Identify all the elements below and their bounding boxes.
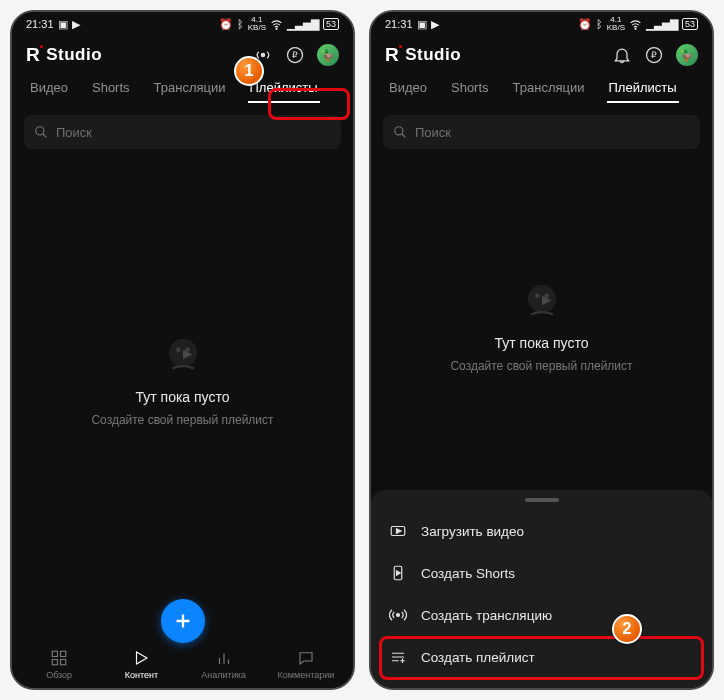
bottom-nav: Обзор Контент Аналитика Комментарии [12,647,353,688]
empty-title: Тут пока пусто [494,335,588,351]
app-header: R Studio ₽ 🦆 [12,36,353,72]
search-wrap: Поиск [12,105,353,159]
svg-line-7 [43,134,47,138]
svg-point-24 [635,28,636,29]
svg-line-28 [402,134,406,138]
alarm-icon: ⏰ [219,18,233,31]
wifi-icon [270,18,283,31]
sheet-upload-video[interactable]: Загрузить видео [371,510,712,552]
app-header: R Studio ₽ 🦆 [371,36,712,72]
bottom-sheet: Загрузить видео Создать Shorts Создать т… [371,490,712,688]
battery-icon: 53 [682,18,698,30]
svg-marker-34 [397,529,402,534]
net-speed: 4.1KB/S [248,16,266,32]
phone-screen-1: 21:31 ▣ ▶ ⏰ ᛒ 4.1KB/S ▁▃▅▇ 53 R Studio [10,10,355,690]
search-wrap: Поиск [371,105,712,159]
empty-illustration-icon [517,277,567,327]
app-logo: R Studio [26,44,102,66]
net-speed: 4.1KB/S [607,16,625,32]
status-time: 21:31 [26,18,54,30]
bluetooth-icon: ᛒ [596,18,603,30]
tab-video[interactable]: Видео [377,72,439,105]
svg-point-9 [175,347,180,352]
search-input[interactable]: Поиск [24,115,341,149]
search-placeholder: Поиск [56,125,92,140]
tab-playlists[interactable]: Плейлисты [238,72,330,105]
search-placeholder: Поиск [415,125,451,140]
bell-icon[interactable] [612,45,632,65]
nav-overview[interactable]: Обзор [29,649,89,680]
tabs: Видео Shorts Трансляции Плейлисты [371,72,712,105]
search-icon [34,125,48,139]
search-icon [393,125,407,139]
empty-title: Тут пока пусто [135,389,229,405]
svg-text:₽: ₽ [651,50,657,60]
camera-icon: ▣ [417,18,427,31]
empty-subtitle: Создайте свой первый плейлист [91,413,273,427]
svg-text:₽: ₽ [292,50,298,60]
alarm-icon: ⏰ [578,18,592,31]
empty-state: Тут пока пусто Создайте свой первый плей… [371,159,712,490]
status-time: 21:31 [385,18,413,30]
tabs: Видео Shorts Трансляции Плейлисты [12,72,353,105]
nav-content[interactable]: Контент [111,649,171,680]
tab-shorts[interactable]: Shorts [80,72,142,105]
empty-illustration-icon [158,331,208,381]
fab-add[interactable] [161,599,205,643]
fab-row [12,599,353,647]
sheet-create-playlist[interactable]: Создать плейлист [371,636,712,678]
svg-point-37 [397,614,400,617]
phone-screen-2: 21:31 ▣ ▶ ⏰ ᛒ 4.1KB/S ▁▃▅▇ 53 R Studio [369,10,714,690]
signal-action-icon[interactable] [253,45,273,65]
signal-icon: ▁▃▅▇ [646,18,678,31]
svg-point-6 [36,127,44,135]
battery-icon: 53 [323,18,339,30]
tab-video[interactable]: Видео [18,72,80,105]
empty-state: Тут пока пусто Создайте свой первый плей… [12,159,353,599]
signal-icon: ▁▃▅▇ [287,18,319,31]
tab-broadcasts[interactable]: Трансляции [501,72,597,105]
svg-rect-14 [52,651,57,656]
empty-subtitle: Создайте свой первый плейлист [450,359,632,373]
youtube-icon: ▶ [72,18,80,31]
status-bar: 21:31 ▣ ▶ ⏰ ᛒ 4.1KB/S ▁▃▅▇ 53 [371,12,712,36]
sheet-create-broadcast[interactable]: Создать трансляцию [371,594,712,636]
sheet-handle[interactable] [525,498,559,502]
svg-point-2 [276,28,277,29]
app-logo: R Studio [385,44,461,66]
tab-shorts[interactable]: Shorts [439,72,501,105]
svg-point-3 [261,53,264,56]
bluetooth-icon: ᛒ [237,18,244,30]
svg-point-27 [395,127,403,135]
svg-rect-17 [61,660,66,665]
search-input[interactable]: Поиск [383,115,700,149]
tab-playlists[interactable]: Плейлисты [597,72,689,105]
avatar[interactable]: 🦆 [317,44,339,66]
wifi-icon [629,18,642,31]
tab-broadcasts[interactable]: Трансляции [142,72,238,105]
svg-rect-16 [52,660,57,665]
nav-comments[interactable]: Комментарии [276,649,336,680]
sheet-create-shorts[interactable]: Создать Shorts [371,552,712,594]
svg-marker-18 [137,652,148,664]
svg-marker-36 [397,571,401,576]
ruble-icon[interactable]: ₽ [285,45,305,65]
camera-icon: ▣ [58,18,68,31]
avatar[interactable]: 🦆 [676,44,698,66]
svg-rect-15 [61,651,66,656]
svg-point-30 [534,293,539,298]
status-bar: 21:31 ▣ ▶ ⏰ ᛒ 4.1KB/S ▁▃▅▇ 53 [12,12,353,36]
nav-analytics[interactable]: Аналитика [194,649,254,680]
youtube-icon: ▶ [431,18,439,31]
ruble-icon[interactable]: ₽ [644,45,664,65]
